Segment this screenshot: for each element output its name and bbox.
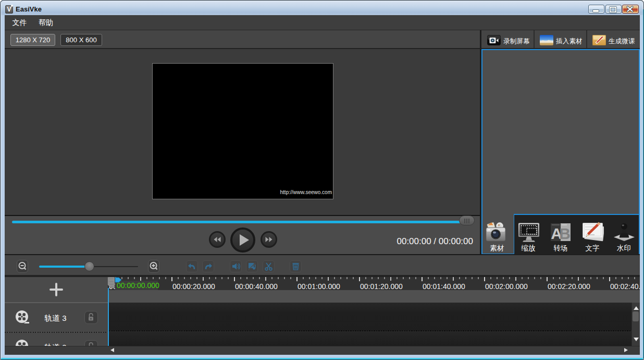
svg-text:B: B: [559, 225, 571, 242]
